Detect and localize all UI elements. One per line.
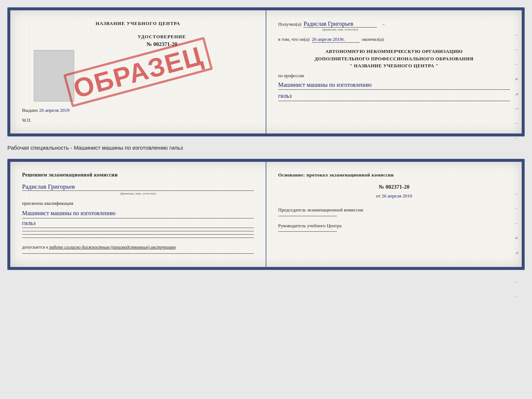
profession-label: по профессии (278, 73, 510, 79)
protocol-date-value: 26 апреля 2019 (382, 193, 412, 199)
head-block: Руководитель учебного Центра (278, 222, 510, 232)
assigned-label: присвоена квалификация (22, 200, 254, 206)
cert-photo-area (34, 50, 74, 101)
foundation-label: Основание: протокол экзаменационной коми… (278, 172, 510, 178)
bottom-document-card: Решением экзаменационной комиссии Радисл… (7, 159, 525, 270)
date-line: в том, что он(а) 26 апреля 2019г. окончи… (278, 36, 510, 43)
bottom-section-title: Решением экзаменационной комиссии (22, 172, 254, 178)
dash1: – (382, 21, 385, 27)
separator-line-3 (22, 238, 254, 238)
org-line3: " НАЗВАНИЕ УЧЕБНОГО ЦЕНТРА " (278, 62, 510, 70)
chairman-block: Председатель экзаменационной комиссии (278, 206, 510, 216)
right-side-marks-bottom: – – – и ,а ‹– – – (515, 191, 519, 299)
top-card-right: Получил(а) Радислав Григорьев (фамилия, … (266, 10, 522, 133)
profession-line1: Машинист машины по изготовлению (278, 80, 510, 90)
finished-label: окончил(а) (362, 36, 384, 42)
chairman-label: Председатель экзаменационной комиссии (278, 206, 510, 214)
top-card-left: НАЗВАНИЕ УЧЕБНОГО ЦЕНТРА ОБРАЗЕЦ УДОСТОВ… (10, 10, 266, 133)
org-line2: ДОПОЛНИТЕЛЬНОГО ПРОФЕССИОНАЛЬНОГО ОБРАЗО… (278, 55, 510, 63)
dopusk-block: допускается к работе согласно должностны… (22, 244, 254, 250)
head-sign-line (278, 231, 337, 232)
issued-date: 26 апреля 2019 (39, 107, 70, 113)
date-prefix: от (376, 193, 380, 199)
dopusk-text: допускается к (22, 245, 48, 250)
profession-line2: гильз (278, 91, 510, 101)
chairman-sign-line (278, 216, 337, 216)
completion-date: 26 апреля 2019г. (312, 36, 360, 43)
protocol-date: от 26 апреля 2019 (278, 193, 510, 199)
dopusk-italic: работе согласно должностным (производств… (49, 245, 176, 250)
cert-number: № 002371-20 (70, 41, 254, 47)
qualification-line2: гильз (22, 218, 254, 228)
top-document-card: НАЗВАНИЕ УЧЕБНОГО ЦЕНТРА ОБРАЗЕЦ УДОСТОВ… (7, 7, 525, 136)
specialty-label: Рабочая специальность - Машинист машины … (7, 142, 525, 153)
received-label: Получил(а) (278, 21, 301, 27)
received-line: Получил(а) Радислав Григорьев (фамилия, … (278, 21, 510, 31)
org-line1: АВТОНОМНУЮ НЕКОММЕРЧЕСКУЮ ОРГАНИЗАЦИЮ (278, 48, 510, 55)
mp-label: М.П. (22, 118, 254, 123)
name-sublabel-top: (фамилия, имя, отчество) (303, 28, 377, 31)
bottom-name-sublabel: (фамилия, имя, отчество) (22, 192, 254, 195)
org-block: АВТОНОМНУЮ НЕКОММЕРЧЕСКУЮ ОРГАНИЗАЦИЮ ДО… (278, 48, 510, 70)
separator-line-4 (22, 253, 254, 254)
qualification-line1: Машинист машины по изготовлению (22, 209, 254, 218)
cert-issued-row: Выдано 26 апреля 2019 (22, 107, 254, 113)
page-wrapper: НАЗВАНИЕ УЧЕБНОГО ЦЕНТРА ОБРАЗЕЦ УДОСТОВ… (7, 7, 525, 270)
bottom-card-left: Решением экзаменационной комиссии Радисл… (10, 162, 266, 267)
cert-label: УДОСТОВЕРЕНИЕ (70, 34, 254, 40)
recipient-name: Радислав Григорьев (303, 21, 377, 28)
separator-line-2 (22, 234, 254, 235)
protocol-number: № 002371-20 (278, 184, 510, 190)
bottom-card-right: Основание: протокол экзаменационной коми… (266, 162, 522, 267)
in-that-label: в том, что он(а) (278, 36, 310, 42)
cert-body: УДОСТОВЕРЕНИЕ № 002371-20 (70, 34, 254, 85)
cert-title: НАЗВАНИЕ УЧЕБНОГО ЦЕНТРА (22, 21, 254, 26)
issued-label: Выдано (22, 107, 38, 113)
head-label: Руководитель учебного Центра (278, 222, 510, 229)
separator-line-1 (22, 231, 254, 231)
bottom-person-name: Радислав Григорьев (22, 183, 254, 191)
right-side-marks: – – – и ,а ‹– – – (515, 32, 519, 140)
